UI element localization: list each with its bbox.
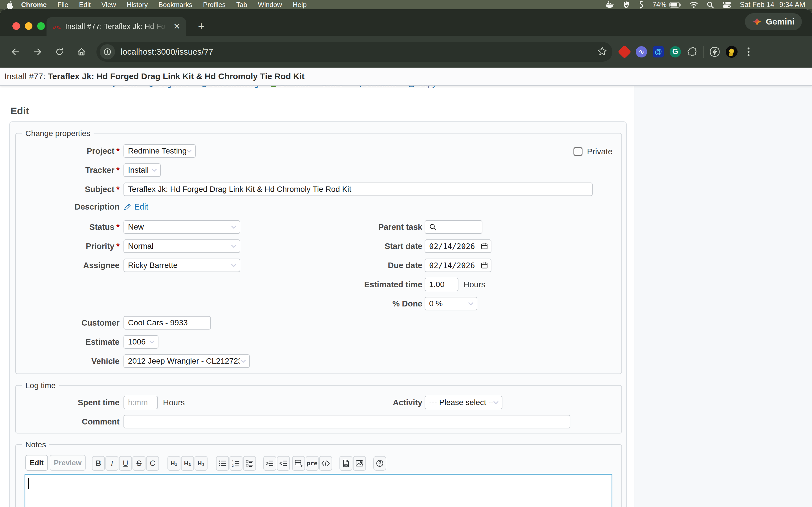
spotlight-search-icon[interactable] [707,1,714,8]
toolbar-italic-button[interactable]: I [105,456,118,471]
extension-lock-icon[interactable]: @ [652,46,664,58]
menubar-item-profiles[interactable]: Profiles [198,1,231,9]
menubar-item-help[interactable]: Help [287,1,312,9]
notes-tab-preview[interactable]: Preview [50,455,86,471]
toolbar-heading1-button[interactable]: H₁ [167,456,181,471]
tracker-select[interactable]: Install [123,163,161,177]
chevron-down-icon [186,149,192,153]
calendar-icon[interactable] [481,242,488,250]
chevron-down-icon [151,168,157,172]
menubar-item-file[interactable]: File [52,1,74,9]
hand-app-menu-icon[interactable] [622,1,630,9]
gemini-button[interactable]: Gemini [745,13,802,30]
notes-tab-edit[interactable]: Edit [26,455,48,471]
extensions-row: ∿ @ G [619,46,755,58]
issue-action-links-strip: Edit Log time Start tracking Bill Time S… [0,85,634,93]
text-cursor [28,478,29,489]
priority-select[interactable]: Normal [123,239,240,253]
menubar-item-bookmarks[interactable]: Bookmarks [153,1,198,9]
notes-textarea[interactable] [24,474,612,507]
menubar-date[interactable]: Sat Feb 14 [740,1,774,9]
menubar-item-view[interactable]: View [96,1,121,9]
macos-menubar: Chrome File Edit View History Bookmarks … [0,0,812,9]
menubar-item-window[interactable]: Window [253,1,287,9]
new-tab-button[interactable]: + [195,20,207,33]
calendar-icon[interactable] [481,262,488,269]
wifi-icon[interactable] [690,1,698,8]
start-date-input[interactable]: 02/14/2026 [424,239,492,253]
estimate-select[interactable]: 1006 [123,335,158,349]
parent-task-input[interactable] [424,220,483,234]
customer-input[interactable] [123,316,211,330]
toolbar-table-button[interactable] [292,456,305,471]
apple-logo-icon[interactable] [7,1,13,9]
toolbar-indent-button[interactable] [263,456,276,471]
chevron-down-icon [149,340,155,344]
menubar-item-history[interactable]: History [121,1,153,9]
toolbar-heading2-button[interactable]: H₂ [181,456,194,471]
bookmark-star-icon[interactable] [597,46,607,57]
extension-red-icon[interactable] [619,46,630,58]
subject-label: Subject* [16,182,119,196]
forward-button[interactable] [29,44,46,60]
toolbar-heading3-button[interactable]: H₃ [195,456,207,471]
squiggle-menu-icon[interactable] [638,1,644,9]
control-center-icon[interactable] [722,1,731,8]
gemini-label: Gemini [766,17,795,26]
grammarly-icon[interactable]: G [669,46,681,58]
estimated-time-input[interactable] [424,278,458,291]
toolbar-strikethrough-button[interactable]: S [133,456,146,471]
status-select[interactable]: New [123,220,240,234]
battery-percent: 74% [652,1,666,9]
toolbar-help-button[interactable] [373,456,386,471]
project-select[interactable]: Redmine Testing [123,144,196,158]
browser-window: Install #77: Teraflex Jk: Hd Fo ✕ + Gemi… [0,9,812,507]
vehicle-select[interactable]: 2012 Jeep Wrangler - CL212723 [123,354,250,368]
performance-leaf-icon[interactable] [709,46,721,58]
tracker-label: Tracker* [16,163,119,177]
toolbar-outdent-button[interactable] [277,456,290,471]
home-button[interactable] [73,44,90,60]
window-minimize-button[interactable] [25,22,33,30]
menubar-item-chrome[interactable]: Chrome [16,1,52,9]
toolbar-inline-code-button[interactable]: C [146,456,159,471]
menubar-item-tab[interactable]: Tab [231,1,253,9]
toolbar-task-list-button[interactable] [243,456,256,471]
extension-purple-icon[interactable]: ∿ [636,46,647,58]
assignee-select[interactable]: Ricky Barrette [123,259,240,272]
done-ratio-select[interactable]: 0 % [424,297,477,311]
spent-time-label: Spent time [16,396,119,409]
comment-input[interactable] [123,415,570,429]
private-checkbox[interactable] [573,147,582,156]
description-edit-link[interactable]: Edit [123,201,148,212]
profile-avatar[interactable] [726,46,738,58]
docker-menu-icon[interactable] [605,1,613,8]
url-text[interactable]: localhost:3000/issues/77 [121,47,597,57]
spent-time-input[interactable] [123,396,158,409]
window-close-button[interactable] [12,22,20,30]
site-info-icon[interactable] [100,44,115,59]
toolbar-bold-button[interactable]: B [92,456,105,471]
subject-input[interactable] [123,182,593,196]
toolbar-attach-file-button[interactable] [340,456,352,471]
activity-select[interactable]: --- Please select --- [424,396,502,409]
chrome-menu-kebab-icon[interactable] [743,46,755,58]
toolbar-image-button[interactable] [353,456,366,471]
address-bar[interactable]: localhost:3000/issues/77 [96,42,612,62]
extensions-puzzle-icon[interactable] [686,46,698,58]
toolbar-code-block-button[interactable] [319,456,332,471]
tab-close-icon[interactable]: ✕ [173,22,181,31]
chevron-down-icon [231,244,237,248]
start-date-label: Start date [292,239,422,253]
window-zoom-button[interactable] [37,22,45,30]
reload-button[interactable] [51,44,68,60]
estimate-label: Estimate [16,335,119,349]
menubar-item-edit[interactable]: Edit [73,1,96,9]
toolbar-ordered-list-button[interactable]: 12 [230,456,243,471]
back-button[interactable] [7,44,24,60]
toolbar-preformatted-button[interactable]: pre [306,456,319,471]
toolbar-underline-button[interactable]: U [119,456,132,471]
toolbar-unordered-list-button[interactable] [216,456,229,471]
due-date-input[interactable]: 02/14/2026 [424,259,492,272]
browser-tab[interactable]: Install #77: Teraflex Jk: Hd Fo ✕ [47,17,186,36]
